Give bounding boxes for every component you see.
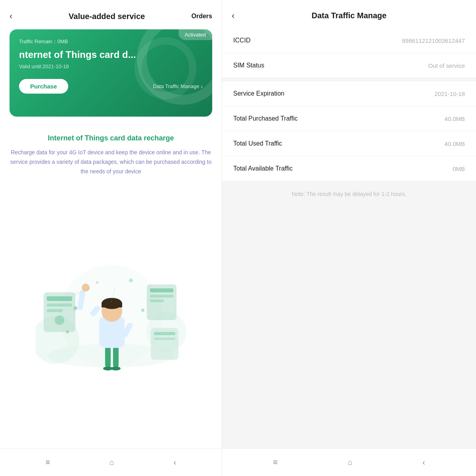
card-title: nternet of Things card d...	[19, 49, 203, 60]
info-label: Service Expiration	[233, 90, 284, 97]
activated-badge: Activated	[178, 29, 212, 40]
svg-point-30	[96, 281, 98, 284]
svg-rect-10	[150, 288, 173, 292]
right-bottom-nav: ≡ ⌂ ‹	[222, 448, 476, 476]
right-panel: ‹ Data Traffic Manage ICCID8986112121003…	[222, 0, 476, 476]
note-text: Note: The result may be delayed for 1-2 …	[233, 191, 465, 197]
svg-point-8	[55, 315, 64, 325]
svg-rect-26	[102, 303, 122, 307]
menu-icon-right[interactable]: ≡	[273, 458, 278, 467]
info-value: 8986112121003612447	[402, 37, 465, 44]
back-icon-left[interactable]: ‹	[174, 458, 177, 467]
info-row: Service Expiration2021-10-18	[222, 81, 476, 106]
svg-rect-16	[105, 346, 111, 368]
info-row: Total Purchased Traffic40.0MB	[222, 106, 476, 131]
right-page-title: Data Traffic Manage	[312, 11, 387, 20]
info-label: Total Purchased Traffic	[233, 115, 298, 122]
svg-rect-15	[154, 338, 175, 340]
note-section: Note: The result may be delayed for 1-2 …	[222, 181, 476, 448]
info-value: 40.0MB	[444, 115, 465, 122]
left-page-title: Value-added service	[69, 12, 145, 21]
svg-point-31	[129, 278, 133, 282]
valid-until-label: Valid until:2021-10-18	[19, 63, 203, 69]
left-panel: ‹ Value-added service Orders Activated T…	[0, 0, 222, 476]
svg-point-29	[141, 309, 144, 312]
svg-point-27	[82, 284, 90, 292]
manage-link-label: Data Traffic Manage	[153, 83, 200, 89]
left-header: ‹ Value-added service Orders	[0, 0, 222, 29]
info-value: 0MB	[453, 165, 465, 172]
info-row: Total Available Traffic0MB	[222, 156, 476, 181]
illustration-area	[0, 184, 222, 448]
svg-point-19	[111, 367, 121, 370]
description-title: Internet of Things card data recharge	[10, 134, 212, 142]
svg-rect-6	[47, 303, 72, 307]
description-text: Recharge data for your 4G IoT device and…	[10, 148, 212, 176]
svg-rect-11	[150, 295, 173, 298]
info-label: Total Used Traffic	[233, 140, 282, 147]
info-table: ICCID8986112121003612447SIM StatusOut of…	[222, 28, 476, 181]
info-value: Out of service	[428, 62, 465, 69]
data-traffic-manage-link[interactable]: Data Traffic Manage ›	[153, 83, 203, 90]
orders-link[interactable]: Orders	[192, 13, 212, 20]
left-bottom-nav: ≡ ⌂ ‹	[0, 448, 222, 476]
svg-point-32	[66, 330, 69, 334]
purchase-button[interactable]: Purchase	[19, 79, 68, 94]
description-section: Internet of Things card data recharge Re…	[0, 126, 222, 184]
svg-rect-12	[150, 299, 164, 302]
info-label: Total Available Traffic	[233, 165, 293, 172]
info-value: 2021-10-18	[434, 90, 465, 97]
back-button-right[interactable]: ‹	[232, 11, 234, 21]
card-bottom: Purchase Data Traffic Manage ›	[19, 79, 203, 94]
svg-rect-14	[154, 332, 175, 335]
section-divider	[222, 78, 476, 81]
info-row: SIM StatusOut of service	[222, 53, 476, 78]
menu-icon-left[interactable]: ≡	[46, 458, 50, 467]
manage-chevron-icon: ›	[201, 83, 203, 90]
traffic-remain-label: Traffic Remain：0MB	[19, 38, 203, 45]
back-icon-right[interactable]: ‹	[422, 458, 425, 467]
back-button-left[interactable]: ‹	[10, 11, 22, 21]
info-label: SIM Status	[233, 62, 264, 69]
sim-card: Activated Traffic Remain：0MB nternet of …	[10, 29, 212, 117]
info-label: ICCID	[233, 37, 251, 44]
home-icon-right[interactable]: ⌂	[347, 458, 352, 467]
info-row: ICCID8986112121003612447	[222, 28, 476, 53]
svg-rect-5	[47, 296, 72, 301]
svg-rect-17	[113, 346, 119, 368]
iot-illustration	[36, 253, 186, 380]
svg-rect-7	[47, 309, 63, 312]
info-row: Total Used Traffic40.0MB	[222, 131, 476, 156]
info-value: 40.0MB	[444, 140, 465, 147]
right-header: ‹ Data Traffic Manage	[222, 0, 476, 28]
svg-point-28	[73, 306, 77, 310]
home-icon-left[interactable]: ⌂	[109, 458, 114, 467]
